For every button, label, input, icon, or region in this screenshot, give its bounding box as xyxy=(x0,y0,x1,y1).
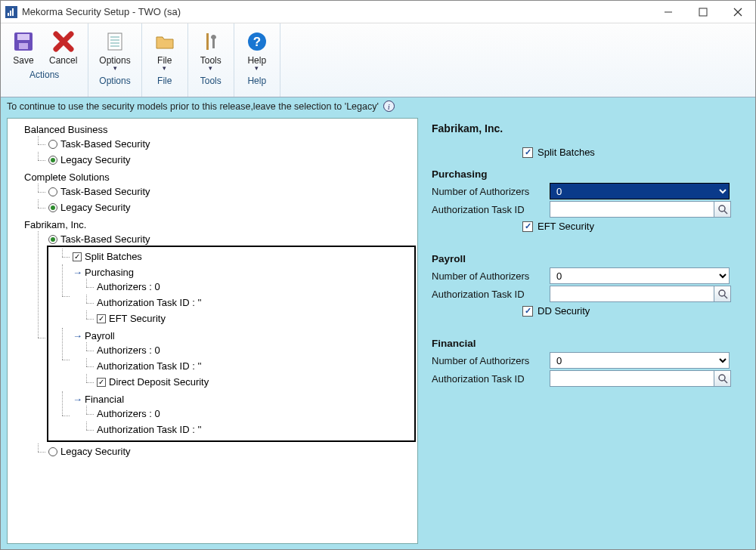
financial-num-authorizers-label: Number of Authorizers xyxy=(432,355,545,366)
save-icon xyxy=(11,29,36,54)
dd-security-label: DD Security xyxy=(538,305,590,317)
payroll-num-authorizers-select[interactable]: 0 xyxy=(550,267,730,284)
close-button[interactable] xyxy=(720,1,755,23)
svg-rect-2 xyxy=(12,8,14,16)
tree-label: Legacy Security xyxy=(60,445,131,458)
financial-section: Financial Number of Authorizers 0 Author… xyxy=(432,338,742,387)
tree-label: Payroll xyxy=(85,329,115,342)
tree-company-balanced[interactable]: Balanced Business xyxy=(24,123,416,136)
svg-point-22 xyxy=(719,375,725,381)
lookup-button[interactable] xyxy=(714,201,731,218)
tree-label: Authorizers : 0 xyxy=(97,407,160,420)
lookup-button[interactable] xyxy=(714,370,731,387)
group-tools-label: Tools xyxy=(200,73,222,89)
eft-security-checkbox[interactable] xyxy=(522,221,533,232)
svg-line-19 xyxy=(724,211,727,214)
purchasing-num-authorizers-label: Number of Authorizers xyxy=(432,186,545,197)
cancel-button[interactable]: Cancel xyxy=(43,25,83,67)
tree-auth-task-id[interactable]: Authorization Task ID : '' xyxy=(97,296,414,309)
tree-purchasing[interactable]: →Purchasing xyxy=(73,266,414,279)
detail-pane: Fabrikam, Inc. Split Batches Purchasing … xyxy=(423,115,755,550)
tree-company-complete[interactable]: Complete Solutions xyxy=(24,171,416,184)
dd-security-checkbox[interactable] xyxy=(522,306,533,317)
lookup-button[interactable] xyxy=(714,286,731,302)
tree-label: Legacy Security xyxy=(60,153,131,166)
split-batches-label: Split Batches xyxy=(538,147,595,158)
tree-task-based[interactable]: Task-Based Security xyxy=(48,138,416,150)
app-icon xyxy=(5,6,17,18)
payroll-auth-task-label: Authorization Task ID xyxy=(432,289,545,300)
tree-label: Complete Solutions xyxy=(24,171,110,184)
payroll-heading: Payroll xyxy=(432,253,742,264)
svg-line-23 xyxy=(724,380,727,383)
search-icon xyxy=(717,204,728,215)
radio-selected-icon xyxy=(48,235,57,244)
purchasing-heading: Purchasing xyxy=(432,168,742,180)
svg-rect-0 xyxy=(8,13,9,16)
window-title: Mekorma Security Setup - TWO (sa) xyxy=(22,6,181,17)
financial-num-authorizers-select[interactable]: 0 xyxy=(550,352,730,369)
help-button[interactable]: ? Help ▾ xyxy=(239,25,275,73)
tree-authorizers[interactable]: Authorizers : 0 xyxy=(97,280,414,293)
tree-dd-security[interactable]: Direct Deposit Security xyxy=(97,375,414,388)
svg-rect-10 xyxy=(108,33,122,50)
purchasing-auth-task-input[interactable] xyxy=(550,201,714,218)
tree-label: Task-Based Security xyxy=(60,233,150,246)
maximize-button[interactable] xyxy=(686,1,720,23)
checkbox-checked-icon xyxy=(97,314,106,323)
arrow-right-icon: → xyxy=(73,329,82,342)
purchasing-num-authorizers-select[interactable]: 0 xyxy=(550,183,730,199)
tree-task-based[interactable]: Task-Based Security xyxy=(48,185,416,198)
save-button[interactable]: Save xyxy=(5,25,42,67)
svg-point-20 xyxy=(719,290,725,296)
options-button[interactable]: Options ▾ xyxy=(93,25,136,73)
tree-label: Authorization Task ID : '' xyxy=(97,423,201,436)
financial-auth-task-input[interactable] xyxy=(550,370,714,387)
options-icon xyxy=(103,29,127,54)
tree-company-fabrikam[interactable]: Fabrikam, Inc. xyxy=(24,218,416,231)
financial-heading: Financial xyxy=(432,338,742,349)
info-text: To continue to use the security models p… xyxy=(7,101,379,112)
tree-label: Authorizers : 0 xyxy=(97,344,160,357)
payroll-auth-task-input[interactable] xyxy=(550,286,714,302)
arrow-right-icon: → xyxy=(73,266,82,279)
tree-legacy[interactable]: Legacy Security xyxy=(48,201,416,214)
tree[interactable]: Balanced Business Task-Based Security Le… xyxy=(7,118,418,544)
tree-auth-task-id[interactable]: Authorization Task ID : '' xyxy=(97,423,414,436)
tree-pane: Balanced Business Task-Based Security Le… xyxy=(1,115,423,550)
tree-legacy[interactable]: Legacy Security xyxy=(48,445,416,458)
search-icon xyxy=(717,373,728,384)
folder-icon xyxy=(153,29,177,54)
tree-financial[interactable]: →Financial xyxy=(73,393,414,406)
save-label: Save xyxy=(13,55,33,66)
tree-split-batches[interactable]: Split Batches xyxy=(73,250,414,263)
tree-label: Legacy Security xyxy=(60,201,131,214)
minimize-button[interactable] xyxy=(651,1,686,23)
chevron-down-icon: ▾ xyxy=(113,64,117,72)
split-batches-checkbox[interactable] xyxy=(522,147,533,158)
tree-label: Direct Deposit Security xyxy=(109,375,209,388)
tree-legacy[interactable]: Legacy Security xyxy=(48,153,416,166)
group-file-label: File xyxy=(157,73,172,89)
svg-point-18 xyxy=(719,205,725,212)
search-icon xyxy=(717,289,728,299)
tree-authorizers[interactable]: Authorizers : 0 xyxy=(97,344,414,357)
tree-label: EFT Security xyxy=(109,312,166,325)
radio-unselected-icon xyxy=(48,447,57,456)
group-actions-label: Actions xyxy=(29,67,59,83)
info-icon[interactable]: i xyxy=(383,100,395,112)
tree-label: Balanced Business xyxy=(24,123,108,136)
tree-label: Authorization Task ID : '' xyxy=(97,296,201,309)
company-title: Fabrikam, Inc. xyxy=(432,122,742,134)
tree-payroll[interactable]: →Payroll xyxy=(73,329,414,342)
tree-eft-security[interactable]: EFT Security xyxy=(97,312,414,325)
tree-authorizers[interactable]: Authorizers : 0 xyxy=(97,407,414,420)
arrow-right-icon: → xyxy=(73,393,82,406)
tools-button[interactable]: Tools ▾ xyxy=(193,25,229,73)
payroll-section: Payroll Number of Authorizers 0 Authoriz… xyxy=(432,253,742,317)
file-button[interactable]: File ▾ xyxy=(147,25,183,73)
tree-auth-task-id[interactable]: Authorization Task ID : '' xyxy=(97,360,414,372)
tree-label: Financial xyxy=(85,393,124,406)
tree-task-based-selected[interactable]: Task-Based Security xyxy=(48,233,416,246)
radio-selected-icon xyxy=(48,156,57,165)
